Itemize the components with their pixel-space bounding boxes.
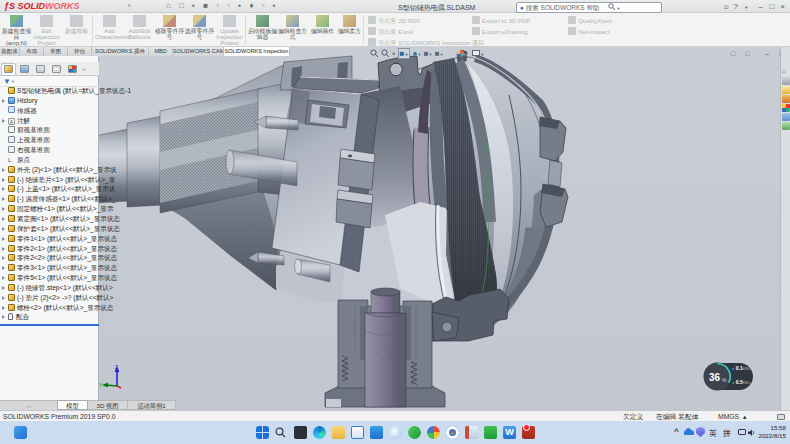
svg-text:%: % (722, 377, 727, 383)
svg-text:Z: Z (115, 364, 118, 370)
svg-text:36: 36 (709, 372, 721, 383)
